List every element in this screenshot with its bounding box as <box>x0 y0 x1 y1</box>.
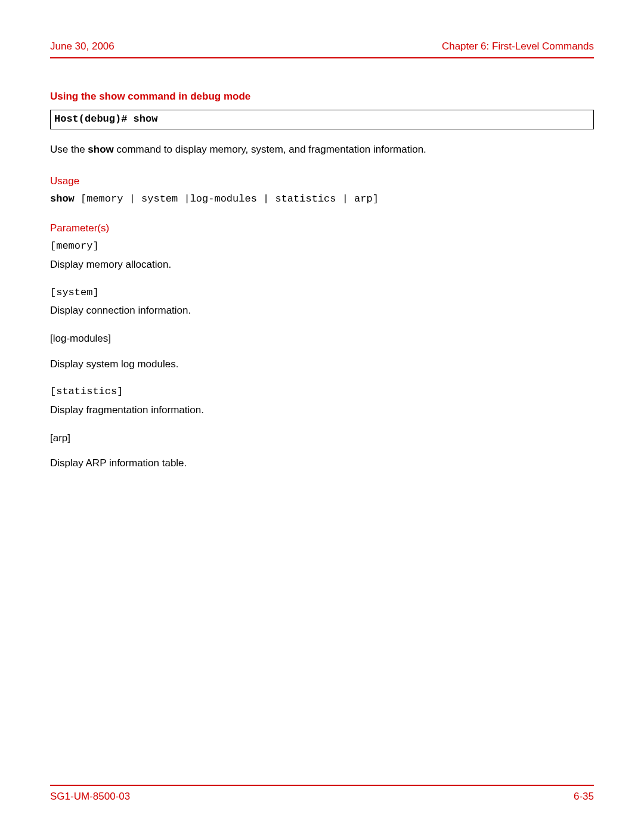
page-footer: SG1-UM-8500-03 6-35 <box>50 785 594 804</box>
parameters-list: [memory]Display memory allocation.[syste… <box>50 239 594 470</box>
footer-doc: SG1-UM-8500-03 <box>50 789 130 804</box>
command-box: Host(debug)# show <box>50 110 594 129</box>
intro-text: Use the show command to display memory, … <box>50 143 594 157</box>
section-title: Using the show command in debug mode <box>50 89 594 104</box>
usage-line: show [memory | system |log-modules | sta… <box>50 192 594 207</box>
param-desc: Display ARP information table. <box>50 456 594 471</box>
intro-bold: show <box>88 144 113 155</box>
header-chapter: Chapter 6: First-Level Commands <box>442 39 594 54</box>
param-desc: Display connection information. <box>50 304 594 318</box>
param-name: [arp] <box>50 431 594 446</box>
param-name: [log-modules] <box>50 332 594 346</box>
param-name: [statistics] <box>50 385 594 400</box>
param-name: [memory] <box>50 239 594 254</box>
footer-page: 6-35 <box>574 789 594 804</box>
page-header: June 30, 2006 Chapter 6: First-Level Com… <box>50 39 594 58</box>
param-desc: Display fragmentation information. <box>50 403 594 418</box>
param-desc: Display memory allocation. <box>50 258 594 272</box>
usage-heading: Usage <box>50 174 594 189</box>
parameters-heading: Parameter(s) <box>50 221 594 236</box>
usage-bold: show <box>50 193 75 205</box>
header-date: June 30, 2006 <box>50 39 114 54</box>
intro-pre: Use the <box>50 144 88 155</box>
param-name: [system] <box>50 286 594 301</box>
usage-rest: [memory | system |log-modules | statisti… <box>75 193 379 205</box>
intro-post: command to display memory, system, and f… <box>114 144 426 155</box>
param-desc: Display system log modules. <box>50 357 594 372</box>
